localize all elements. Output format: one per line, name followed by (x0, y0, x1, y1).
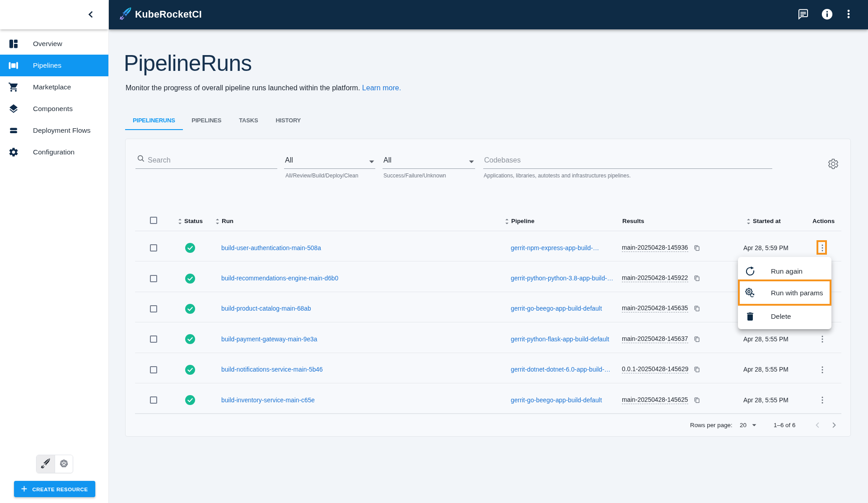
pipeline-link[interactable]: gerrit-go-beego-app-build-default (511, 305, 602, 312)
column-header-pipeline[interactable]: Pipeline (511, 210, 534, 231)
copy-button[interactable] (694, 261, 700, 292)
tab-pipelineruns[interactable]: PIPELINERUNS (125, 112, 183, 130)
create-resource-label: CREATE RESOURCE (32, 486, 88, 492)
topbar-more-button[interactable] (839, 0, 859, 29)
table-settings-button[interactable] (823, 154, 843, 174)
copy-button[interactable] (694, 383, 700, 414)
pipeline-link[interactable]: gerrit-python-flask-app-build-default (511, 336, 609, 343)
sidebar: Overview Pipelines Marketplace Component… (0, 0, 109, 503)
menu-item-delete[interactable]: Delete (738, 306, 831, 327)
create-resource-button[interactable]: CREATE RESOURCE (14, 481, 95, 497)
result-value[interactable]: main-20250428-145637 (622, 335, 688, 343)
kebab-icon (821, 366, 823, 373)
column-header-status[interactable]: Status (184, 210, 203, 231)
row-actions-button[interactable] (816, 332, 829, 346)
run-link[interactable]: build-product-catalog-main-68ab (221, 305, 311, 312)
dropdown-arrow-icon (369, 157, 374, 165)
row-checkbox[interactable] (150, 275, 157, 282)
status-success-icon (185, 383, 195, 414)
codebases-field[interactable]: Codebases (483, 150, 772, 169)
column-header-run[interactable]: Run (222, 210, 233, 231)
menu-item-run-again[interactable]: Run again (738, 261, 831, 282)
run-link[interactable]: build-user-authentication-main-508a (221, 245, 321, 252)
status-select[interactable]: All (383, 150, 475, 169)
brand: KubeRocketCI (119, 0, 202, 29)
search-field[interactable]: Search (135, 150, 277, 169)
chevron-left-icon (88, 11, 93, 19)
rows-per-page-caret-icon[interactable] (752, 414, 756, 437)
run-link[interactable]: build-inventory-service-main-c65e (221, 397, 315, 404)
sidebar-item-overview[interactable]: Overview (0, 33, 108, 55)
tab-tasks[interactable]: TASKS (230, 112, 267, 130)
layers-icon (8, 103, 19, 114)
row-actions-button[interactable] (816, 393, 829, 407)
started-at-value: Apr 28, 5:55 PM (743, 383, 789, 414)
menu-item-run-with-params[interactable]: Run with params (738, 282, 831, 304)
pipeline-link[interactable]: gerrit-go-beego-app-build-default (511, 397, 602, 404)
sort-icon[interactable] (215, 218, 220, 226)
sidebar-item-deployment-flows[interactable]: Deployment Flows (0, 120, 108, 141)
env-toggle-kubernetes[interactable] (55, 455, 73, 473)
sidebar-nav: Overview Pipelines Marketplace Component… (0, 29, 108, 163)
run-link[interactable]: build-notifications-service-main-5b46 (221, 366, 323, 373)
sidebar-item-components[interactable]: Components (0, 98, 108, 120)
search-placeholder: Search (148, 156, 171, 164)
sort-icon[interactable] (504, 218, 509, 226)
kebab-icon (821, 396, 823, 404)
row-actions-button[interactable] (816, 363, 829, 377)
sidebar-collapse-button[interactable] (84, 9, 97, 21)
sort-icon[interactable] (746, 218, 751, 226)
select-all-checkbox[interactable] (150, 217, 157, 224)
result-value[interactable]: main-20250428-145635 (622, 305, 688, 312)
row-checkbox[interactable] (150, 366, 157, 373)
run-link[interactable]: build-payment-gateway-main-9e3a (221, 336, 317, 343)
copy-button[interactable] (694, 292, 700, 322)
info-button[interactable] (817, 0, 837, 29)
result-value[interactable]: main-20250428-145922 (622, 275, 688, 282)
column-header-started-at[interactable]: Started at (753, 210, 781, 231)
run-link[interactable]: build-recommendations-engine-main-d6b0 (221, 275, 338, 282)
pipeline-link[interactable]: gerrit-dotnet-dotnet-6.0-app-build-… (511, 366, 611, 373)
chevron-left-icon (814, 422, 821, 428)
next-page-button[interactable] (826, 414, 841, 437)
result-value[interactable]: main-20250428-145936 (622, 244, 688, 252)
row-actions-button[interactable] (816, 241, 829, 255)
page-subtitle: Monitor the progress of overall pipeline… (126, 84, 401, 92)
copy-button[interactable] (694, 322, 700, 353)
plus-icon (21, 486, 27, 493)
env-toggle-kuberocketci[interactable] (37, 455, 55, 473)
tab-pipelines[interactable]: PIPELINES (183, 112, 230, 130)
row-checkbox[interactable] (150, 396, 157, 404)
chat-button[interactable] (793, 0, 813, 29)
tab-history[interactable]: HISTORY (267, 112, 310, 130)
sidebar-item-label: Configuration (33, 148, 75, 156)
result-value[interactable]: 0.0.1-20250428-145629 (622, 366, 688, 373)
status-success-icon (185, 231, 195, 261)
copy-button[interactable] (694, 353, 700, 383)
pipeline-type-select[interactable]: All (284, 150, 375, 169)
pipeline-link[interactable]: gerrit-npm-express-app-build-… (511, 245, 599, 252)
copy-button[interactable] (694, 231, 700, 261)
column-header-results: Results (622, 210, 644, 231)
sidebar-item-pipelines[interactable]: Pipelines (0, 55, 108, 76)
result-value[interactable]: main-20250428-145625 (622, 396, 688, 404)
sidebar-item-configuration[interactable]: Configuration (0, 141, 108, 163)
pipeline-link[interactable]: gerrit-python-python-3.8-app-build-… (511, 275, 613, 282)
learn-more-link[interactable]: Learn more. (362, 84, 401, 92)
sort-icon[interactable] (177, 218, 182, 226)
brand-name: KubeRocketCI (135, 9, 202, 20)
row-checkbox[interactable] (150, 244, 157, 252)
trash-icon (745, 311, 756, 322)
row-checkbox[interactable] (150, 335, 157, 343)
previous-page-button[interactable] (810, 414, 825, 437)
cart-icon (8, 82, 19, 93)
topbar: KubeRocketCI (109, 0, 868, 29)
kubernetes-icon (59, 459, 69, 470)
row-checkbox[interactable] (150, 305, 157, 312)
page-title: PipelineRuns (124, 50, 252, 76)
sidebar-item-marketplace[interactable]: Marketplace (0, 76, 108, 98)
chat-icon (798, 9, 809, 21)
tabs: PIPELINERUNS PIPELINES TASKS HISTORY (125, 112, 310, 130)
copy-icon (694, 396, 700, 404)
rows-per-page-select[interactable]: 20 (740, 414, 747, 437)
